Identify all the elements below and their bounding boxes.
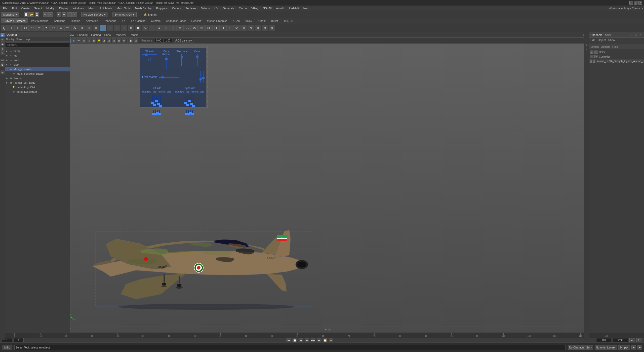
vp-snap-icon[interactable]: ⊕	[71, 38, 76, 43]
menu-mesh-display[interactable]: Mesh Display	[133, 6, 154, 10]
layers-tab[interactable]: Layers	[590, 45, 599, 48]
curve-tool-icon[interactable]: 〰	[64, 25, 71, 31]
tab-poly-modeling[interactable]: Poly Modeling	[28, 18, 51, 23]
knife2-icon[interactable]: ⧈	[269, 25, 275, 31]
minimize-button[interactable]: ─	[629, 1, 633, 5]
bevel-tool-icon[interactable]: ◈	[93, 25, 99, 31]
right-icon-4[interactable]: ≡	[584, 48, 588, 52]
tab-animation[interactable]: Animation	[83, 18, 101, 23]
vp-hdr-icon[interactable]: ⊠	[117, 38, 121, 43]
next-frame-btn[interactable]: ▶	[317, 338, 321, 342]
mode-dropdown[interactable]: Modeling ▾	[2, 12, 19, 17]
flatten-icon[interactable]: ⊡	[212, 25, 219, 31]
tab-motion-graphics[interactable]: Motion Graphics	[205, 18, 230, 23]
vp-smooth-icon[interactable]: ◉	[92, 38, 96, 43]
vp-env-icon[interactable]: ⊟	[112, 38, 116, 43]
scrape-icon[interactable]: ⧆	[255, 25, 261, 31]
menu-polygons[interactable]: Polygons	[154, 6, 170, 10]
tab-arnold[interactable]: Arnold	[255, 18, 268, 23]
layer-vis-v[interactable]: V	[590, 60, 592, 63]
move-tool-icon[interactable]: ⊹	[100, 25, 106, 31]
status-text-input[interactable]	[14, 345, 566, 350]
menu-mesh-tools[interactable]: Mesh Tools	[114, 6, 132, 10]
offset-loop-icon[interactable]: ≣	[163, 25, 170, 31]
snap-left-tool[interactable]: ⊙	[1, 51, 5, 55]
lb-slider-1[interactable]	[153, 110, 154, 115]
fill-tool-icon[interactable]: ⬟	[135, 25, 141, 31]
scale-tool-icon[interactable]: ⤢	[72, 12, 77, 17]
layer-vis-v[interactable]: V	[590, 51, 593, 54]
translate-tool-icon[interactable]: ✛	[62, 12, 66, 17]
layer-vis-p[interactable]: P	[594, 55, 598, 58]
channels-tab[interactable]: Channels	[590, 33, 602, 36]
camera-left-tool[interactable]: 📷	[1, 59, 5, 63]
outliner-item-default-light-set[interactable]: 💡 defaultLightSet	[5, 85, 70, 90]
outliner-item-front[interactable]: ▶ ◇ front	[5, 58, 70, 62]
transform-left-tool[interactable]: ⊕	[1, 47, 5, 51]
edge-flow-icon[interactable]: ⋯	[149, 25, 155, 31]
play-btn[interactable]: ▶	[305, 338, 309, 342]
lb-slider-2[interactable]	[155, 110, 156, 115]
rf-slider-5[interactable]	[193, 95, 194, 108]
tab-custom[interactable]: Custom	[148, 18, 163, 23]
sign-in-button[interactable]: 🔒 Sign In	[141, 12, 159, 17]
rf-slider-4[interactable]	[191, 95, 192, 108]
menu-curves[interactable]: Curves	[170, 6, 183, 10]
rb-slider-4[interactable]	[192, 110, 193, 115]
outliner-item-main-controller[interactable]: ▼ ⊕ Main_controller	[5, 67, 70, 71]
vp-shadow-icon[interactable]: ◑	[102, 38, 106, 43]
magnet-tool-icon[interactable]: ⁂	[71, 25, 78, 31]
save-scene-icon[interactable]: 💾	[35, 12, 39, 17]
no-anim-layer-dropdown[interactable]: No Anim Layer ▾	[595, 345, 617, 350]
pilot-door-slider[interactable]	[181, 54, 182, 66]
knife-tool-icon[interactable]: ✂	[50, 25, 57, 31]
tab-fx-caching[interactable]: FX Caching	[129, 18, 148, 23]
back-chassis-slider-1[interactable]	[166, 57, 167, 69]
outliner-display-menu[interactable]: Display	[6, 38, 14, 41]
grab-icon[interactable]: ⊛	[198, 25, 205, 31]
play-all-btn[interactable]: ▶▶	[311, 338, 315, 342]
tab-animation-user[interactable]: Animation_User	[164, 18, 188, 23]
tab-sculpting[interactable]: Sculpting	[52, 18, 68, 23]
cb-show-menu[interactable]: Show	[608, 38, 615, 41]
outliner-item-persp[interactable]: ▶ ◇ persp	[5, 49, 70, 53]
no-live-surface-button[interactable]: No Live Surface ▾	[81, 12, 108, 17]
menu-surfaces[interactable]: Surfaces	[183, 6, 198, 10]
menu-generate[interactable]: Generate	[221, 6, 236, 10]
options-tab[interactable]: Options	[601, 45, 610, 48]
vp-lighting-menu[interactable]: Lighting	[90, 33, 102, 36]
new-scene-icon[interactable]: 📄	[24, 12, 29, 17]
outliner-search-input[interactable]	[6, 42, 69, 47]
outliner-item-fighter-jet-body[interactable]: ▶ ⊞ Fighter_Jet_Body	[5, 80, 70, 85]
menu-deform[interactable]: Deform	[199, 6, 212, 10]
layer-item-controller[interactable]: V P Controller	[589, 54, 644, 59]
cb-edit-menu[interactable]: Edit	[590, 38, 595, 41]
layer-vis-p[interactable]: P	[594, 51, 598, 54]
lf-slider-4[interactable]	[158, 95, 159, 108]
lf-slider-3[interactable]	[156, 95, 157, 108]
vp-camera-icon[interactable]: 📷	[76, 38, 81, 43]
vp-renderer-menu[interactable]: Renderer	[114, 33, 127, 36]
tab-fx[interactable]: FX	[119, 18, 128, 23]
vp-wireframe-icon[interactable]: □	[87, 38, 91, 43]
spray-icon[interactable]: ⋆	[226, 25, 233, 31]
isolate-left-tool[interactable]: ◐	[1, 70, 5, 74]
lattice-icon[interactable]: ⣿	[170, 25, 177, 31]
selection-tool-icon[interactable]: Q	[1, 25, 8, 31]
tab-curves-surfaces[interactable]: Curves / Surfaces	[1, 18, 28, 23]
go-start-btn[interactable]: ⏮	[287, 338, 291, 342]
vp-grid-icon[interactable]: ⊞	[82, 38, 86, 43]
redo-icon[interactable]: ↪	[48, 12, 53, 17]
mel-indicator[interactable]: MEL	[2, 345, 12, 350]
brush-tool-icon[interactable]: ✏	[36, 25, 43, 31]
loop-btn[interactable]: ↩	[629, 338, 635, 342]
pinch-icon[interactable]: ⊠	[205, 25, 212, 31]
outliner-item-top[interactable]: ▶ ◇ top	[5, 53, 70, 58]
bridge-tool-icon[interactable]: ⋈	[128, 25, 134, 31]
render-left-tool[interactable]: ▣	[1, 63, 5, 67]
layer-item-helper[interactable]: V P Helper	[589, 50, 644, 54]
tab-turtle[interactable]: TURTLE	[281, 18, 297, 23]
workspace-label[interactable]: Workspace: Maya Classic ▾	[609, 7, 643, 10]
undo-icon[interactable]: ↩	[43, 12, 48, 17]
fc-slider-2[interactable]	[203, 71, 204, 83]
